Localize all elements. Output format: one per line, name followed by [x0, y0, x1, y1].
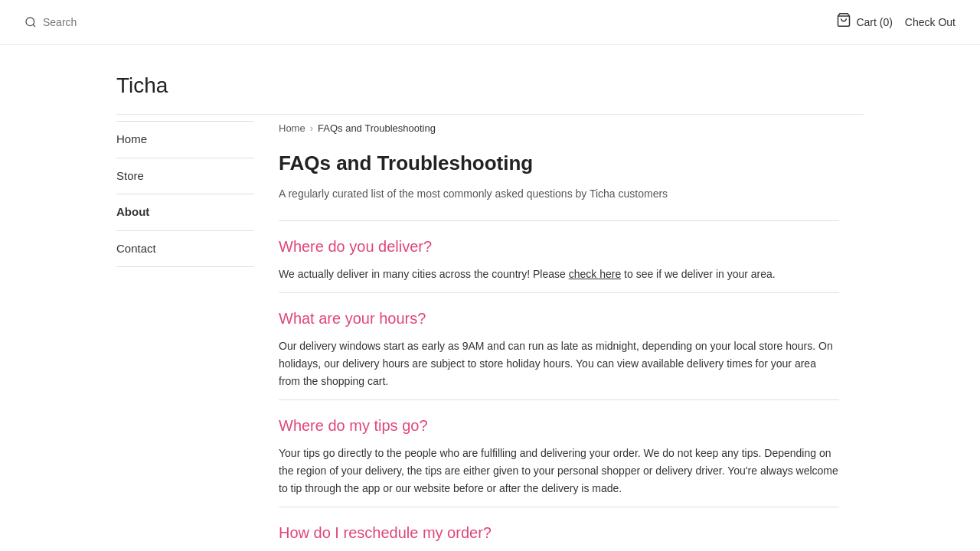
breadcrumb-current: FAQs and Troubleshooting	[318, 121, 436, 136]
check-here-link[interactable]: check here	[569, 268, 621, 280]
content-area: Home › FAQs and Troubleshooting FAQs and…	[254, 115, 864, 551]
page-title: FAQs and Troubleshooting	[279, 148, 839, 178]
brand-title: Ticha	[116, 70, 864, 102]
faq-answer-tips: Your tips go directly to the people who …	[279, 445, 839, 497]
faq-item-hours: What are your hours? Our delivery window…	[279, 292, 839, 399]
search-area	[24, 16, 177, 28]
sidebar: Home Store About Contact	[116, 115, 254, 551]
faq-item-reschedule: How do I reschedule my order? If a shopp…	[279, 507, 839, 551]
breadcrumb: Home › FAQs and Troubleshooting	[279, 115, 839, 136]
header: Cart (0) Check Out	[0, 0, 980, 45]
faq-question-deliver: Where do you deliver?	[279, 235, 839, 258]
cart-button[interactable]: Cart (0)	[836, 12, 892, 32]
faq-question-hours: What are your hours?	[279, 307, 839, 330]
sidebar-item-home[interactable]: Home	[116, 121, 254, 158]
checkout-link[interactable]: Check Out	[905, 15, 956, 31]
faq-answer-hours: Our delivery windows start as early as 9…	[279, 337, 839, 390]
faq-question-reschedule: How do I reschedule my order?	[279, 521, 839, 544]
brand-section: Ticha	[0, 45, 980, 114]
faq-item-tips: Where do my tips go? Your tips go direct…	[279, 399, 839, 507]
faq-question-tips: Where do my tips go?	[279, 414, 839, 437]
svg-point-0	[26, 18, 34, 26]
faq-answer-text-before: We actually deliver in many cities acros…	[279, 268, 569, 280]
breadcrumb-separator: ›	[310, 121, 313, 136]
svg-line-1	[33, 24, 35, 27]
cart-label: Cart (0)	[856, 15, 892, 31]
faq-item-deliver: Where do you deliver? We actually delive…	[279, 220, 839, 292]
faq-answer-text-after: to see if we deliver in your area.	[621, 268, 776, 280]
page-subtitle: A regularly curated list of the most com…	[279, 186, 839, 202]
sidebar-item-store[interactable]: Store	[116, 158, 254, 195]
sidebar-item-about[interactable]: About	[116, 194, 254, 231]
breadcrumb-home-link[interactable]: Home	[279, 121, 305, 136]
faq-answer-deliver: We actually deliver in many cities acros…	[279, 266, 839, 283]
sidebar-item-contact[interactable]: Contact	[116, 231, 254, 268]
search-icon	[24, 16, 37, 28]
main-layout: Home Store About Contact Home › FAQs and…	[0, 115, 980, 551]
header-right: Cart (0) Check Out	[836, 12, 956, 32]
cart-icon	[836, 12, 851, 32]
search-input[interactable]	[43, 16, 177, 28]
